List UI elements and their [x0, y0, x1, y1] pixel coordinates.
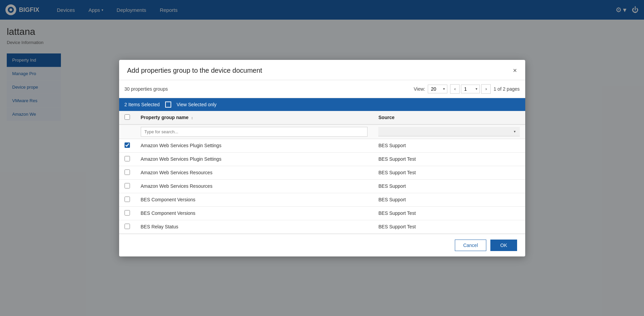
modal-footer: Cancel OK — [119, 234, 525, 256]
source-search-cell[interactable]: BES Support BES Support Test — [373, 125, 525, 139]
row-source: BES Support Test — [373, 152, 525, 166]
row-name: Amazon Web Services Resources — [135, 179, 373, 193]
row-name: BES Component Versions — [135, 193, 373, 206]
name-search-cell[interactable] — [135, 125, 373, 139]
ok-button[interactable]: OK — [490, 240, 517, 251]
view-selected-checkbox[interactable] — [165, 101, 171, 108]
row-name: BES Relay Status — [135, 220, 373, 233]
row-checkbox-cell[interactable] — [119, 152, 135, 166]
properties-table: Property group name ↕ Source — [119, 111, 525, 234]
table-row: Amazon Web Services Plugin SettingsBES S… — [119, 139, 525, 152]
row-checkbox[interactable] — [125, 170, 130, 175]
row-source: BES Support — [373, 193, 525, 206]
selection-count: 2 Items Selected — [125, 102, 160, 107]
row-source: BES Support — [373, 139, 525, 152]
column-header-source: Source — [373, 111, 525, 125]
name-search-input[interactable] — [141, 127, 368, 137]
select-all-header[interactable] — [119, 111, 135, 125]
row-name: Amazon Web Services Plugin Settings — [135, 139, 373, 152]
view-label: View: — [414, 86, 425, 92]
view-size-select[interactable]: 20 50 100 — [428, 85, 447, 93]
table-header-row: Property group name ↕ Source — [119, 111, 525, 125]
row-checkbox[interactable] — [125, 197, 130, 202]
table-search-row: BES Support BES Support Test — [119, 125, 525, 139]
row-name: Amazon Web Services Plugin Settings — [135, 152, 373, 166]
table-toolbar: 30 properties groups View: 20 50 100 ‹ 1 — [119, 80, 525, 98]
row-checkbox-cell[interactable] — [119, 206, 135, 220]
row-checkbox-cell[interactable] — [119, 179, 135, 193]
select-all-checkbox[interactable] — [125, 114, 130, 120]
table-body: Amazon Web Services Plugin SettingsBES S… — [119, 139, 525, 233]
column-header-name[interactable]: Property group name ↕ — [135, 111, 373, 125]
table-row: BES Relay StatusBES Support Test — [119, 220, 525, 233]
close-button[interactable]: × — [513, 67, 517, 74]
cancel-button[interactable]: Cancel — [455, 240, 487, 251]
row-checkbox[interactable] — [125, 156, 130, 161]
page-nav: ‹ 1 2 › 1 of 2 pages — [450, 84, 519, 94]
modal-header: Add properties group to the device docum… — [119, 60, 525, 80]
row-source: BES Support Test — [373, 220, 525, 233]
source-dropdown-wrapper: BES Support BES Support Test — [378, 127, 519, 136]
view-size-wrapper: 20 50 100 — [428, 85, 447, 93]
page-number-select[interactable]: 1 2 — [461, 85, 480, 93]
view-controls: View: 20 50 100 ‹ 1 2 — [414, 84, 519, 94]
sort-icon: ↕ — [191, 116, 193, 120]
row-checkbox-cell[interactable] — [119, 220, 135, 233]
row-checkbox[interactable] — [125, 183, 130, 188]
row-source: BES Support Test — [373, 206, 525, 220]
table-row: Amazon Web Services ResourcesBES Support — [119, 179, 525, 193]
modal-overlay: Add properties group to the device docum… — [0, 0, 644, 316]
row-checkbox-cell[interactable] — [119, 139, 135, 152]
row-checkbox-cell[interactable] — [119, 193, 135, 206]
prev-page-button[interactable]: ‹ — [450, 84, 460, 94]
modal-dialog: Add properties group to the device docum… — [119, 60, 525, 256]
table-container[interactable]: Property group name ↕ Source — [119, 111, 525, 234]
row-name: BES Component Versions — [135, 206, 373, 220]
row-checkbox[interactable] — [125, 210, 130, 216]
next-page-button[interactable]: › — [481, 84, 491, 94]
selection-bar: 2 Items Selected View Selected only — [119, 98, 525, 111]
table-row: BES Component VersionsBES Support Test — [119, 206, 525, 220]
table-row: BES Component VersionsBES Support — [119, 193, 525, 206]
properties-count: 30 properties groups — [125, 86, 168, 92]
row-checkbox[interactable] — [125, 224, 130, 229]
page-info: 1 of 2 pages — [493, 86, 519, 92]
row-source: BES Support Test — [373, 166, 525, 179]
table-row: Amazon Web Services Plugin SettingsBES S… — [119, 152, 525, 166]
page-num-wrapper: 1 2 — [461, 85, 480, 93]
row-name: Amazon Web Services Resources — [135, 166, 373, 179]
source-filter-select[interactable]: BES Support BES Support Test — [378, 127, 519, 136]
row-source: BES Support — [373, 179, 525, 193]
row-checkbox[interactable] — [125, 142, 130, 148]
view-selected-label[interactable]: View Selected only — [177, 102, 217, 107]
modal-title: Add properties group to the device docum… — [127, 67, 262, 74]
row-checkbox-cell[interactable] — [119, 166, 135, 179]
table-row: Amazon Web Services ResourcesBES Support… — [119, 166, 525, 179]
